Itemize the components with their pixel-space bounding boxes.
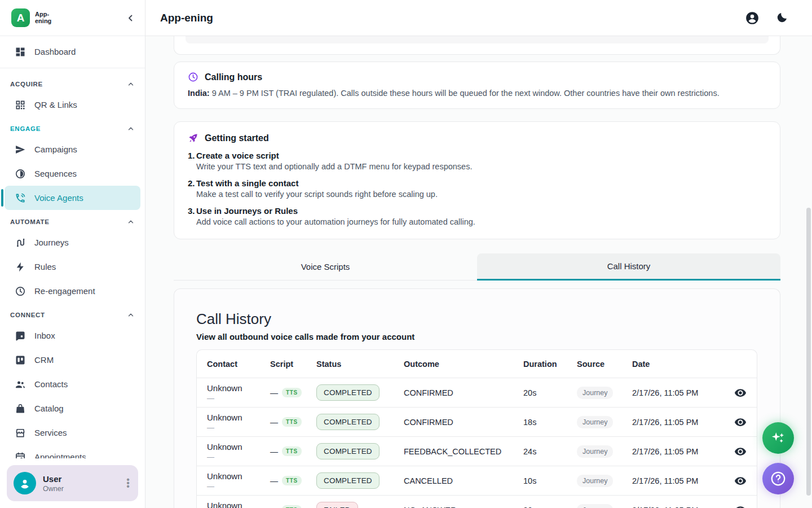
- sidebar-item-contacts[interactable]: Contacts: [5, 372, 140, 396]
- contact-sub: —: [207, 423, 270, 432]
- eye-icon[interactable]: [734, 445, 747, 458]
- sidebar-item-label: Catalog: [34, 404, 64, 413]
- source-badge: Journey: [577, 416, 613, 428]
- contact-sub: —: [207, 482, 270, 491]
- script-dash: —: [270, 418, 278, 427]
- getting-started-step: 1. Create a voice script Write your TTS …: [188, 151, 766, 171]
- section-label: ENGAGE: [10, 125, 41, 132]
- table-row: Unknown— —TTS COMPLETED CONFIRMED 20s Jo…: [197, 378, 757, 408]
- sidebar-item-label: Inbox: [34, 331, 55, 340]
- services-icon: [15, 427, 26, 439]
- column-source: Source: [577, 360, 632, 369]
- column-contact: Contact: [207, 360, 270, 369]
- tab-call-history[interactable]: Call History: [477, 253, 780, 281]
- sidebar-section-engage[interactable]: ENGAGE: [0, 117, 145, 137]
- sidebar-item-services[interactable]: Services: [5, 421, 140, 445]
- sequences-icon: [15, 168, 26, 179]
- sidebar-item-campaigns[interactable]: Campaigns: [5, 137, 140, 161]
- outcome: CONFIRMED: [404, 418, 523, 427]
- contact-name: Unknown: [207, 471, 242, 481]
- contact-name: Unknown: [207, 383, 242, 393]
- sidebar-item-inbox[interactable]: Inbox: [5, 323, 140, 348]
- step-description: Write your TTS text and optionally add a…: [196, 162, 766, 171]
- user-name: User: [43, 474, 123, 484]
- main-area: App-ening Calling hours India: 9 AM – 9 …: [145, 0, 812, 508]
- ai-assistant-button[interactable]: [762, 422, 794, 454]
- calling-hours-title: Calling hours: [205, 72, 262, 82]
- tts-badge: TTS: [282, 417, 302, 427]
- column-duration: Duration: [523, 360, 577, 369]
- sidebar-item-label: Journeys: [34, 238, 69, 247]
- sidebar-item-re-engagement[interactable]: Re-engagement: [5, 279, 140, 303]
- outcome: FEEDBACK_COLLECTED: [404, 447, 523, 456]
- call-history-subtitle: View all outbound voice calls made from …: [196, 332, 757, 341]
- contacts-icon: [15, 379, 26, 390]
- kebab-menu-icon[interactable]: •••: [123, 478, 133, 488]
- sidebar-item-dashboard[interactable]: Dashboard: [5, 40, 140, 64]
- help-button[interactable]: [762, 463, 794, 494]
- source-badge: Journey: [577, 475, 613, 487]
- chevron-up-icon: [127, 311, 135, 319]
- eye-icon[interactable]: [734, 416, 747, 428]
- date: 2/17/26, 11:05 PM: [632, 418, 731, 427]
- collapse-sidebar-icon[interactable]: [126, 13, 136, 23]
- status-badge: COMPLETED: [316, 472, 379, 489]
- sidebar-section-automate[interactable]: AUTOMATE: [0, 210, 145, 230]
- contact-name: Unknown: [207, 501, 242, 508]
- app-logo: A: [11, 8, 30, 27]
- sidebar-item-voice-agents[interactable]: Voice Agents: [5, 186, 140, 210]
- journeys-icon: [15, 237, 26, 248]
- user-card[interactable]: User Owner •••: [7, 465, 138, 501]
- source-badge: Journey: [577, 387, 613, 399]
- inbox-icon: [15, 330, 26, 341]
- call-history-title: Call History: [196, 310, 757, 328]
- rules-icon: [15, 261, 26, 273]
- user-role: Owner: [43, 485, 123, 493]
- page-title: App-ening: [160, 12, 213, 24]
- sidebar-section-acquire[interactable]: ACQUIRE: [0, 72, 145, 93]
- calling-hours-country: India:: [188, 89, 210, 98]
- catalog-icon: [15, 403, 26, 414]
- duration: 10s: [523, 476, 577, 485]
- question-icon: [770, 470, 787, 487]
- scrollbar-thumb[interactable]: [806, 208, 811, 496]
- clock-icon: [188, 72, 198, 82]
- sidebar-item-catalog[interactable]: Catalog: [5, 396, 140, 421]
- dark-mode-icon[interactable]: [775, 11, 788, 24]
- eye-icon[interactable]: [734, 504, 747, 508]
- duration: 24s: [523, 447, 577, 456]
- date: 2/17/26, 11:05 PM: [632, 476, 731, 485]
- sidebar-item-label: Appointments: [34, 452, 86, 458]
- sidebar-item-label: Campaigns: [34, 144, 77, 154]
- table-row: Unknown— —TTS FAILED NO_ANSWER 30s Journ…: [197, 496, 757, 508]
- eye-icon[interactable]: [734, 475, 747, 487]
- sidebar-item-appointments[interactable]: Appointments: [5, 445, 140, 458]
- sidebar-item-qr-links[interactable]: QR & Links: [5, 93, 140, 117]
- step-description: Add voice call actions to your automatio…: [196, 217, 766, 226]
- step-title: Test with a single contact: [196, 178, 766, 188]
- script-dash: —: [270, 506, 278, 508]
- step-number: 2.: [188, 178, 196, 188]
- getting-started-step: 2. Test with a single contact Make a tes…: [188, 178, 766, 199]
- tab-voice-scripts[interactable]: Voice Scripts: [174, 253, 477, 281]
- sidebar-item-rules[interactable]: Rules: [5, 255, 140, 279]
- sidebar-nav: Dashboard ACQUIRE QR & Links ENGAGE Camp…: [0, 36, 145, 458]
- sidebar-item-sequences[interactable]: Sequences: [5, 161, 140, 186]
- tts-badge: TTS: [282, 446, 302, 456]
- duration: 18s: [523, 418, 577, 427]
- calling-hours-text: India: 9 AM – 9 PM IST (TRAI regulated).…: [188, 89, 766, 98]
- sidebar-item-label: Rules: [34, 262, 56, 271]
- contact-name: Unknown: [207, 442, 242, 452]
- sidebar-item-label: Voice Agents: [34, 193, 83, 203]
- sidebar-item-journeys[interactable]: Journeys: [5, 230, 140, 255]
- crm-icon: [15, 354, 26, 366]
- section-label: ACQUIRE: [10, 81, 43, 87]
- rocket-icon: [188, 133, 198, 143]
- account-icon[interactable]: [745, 11, 760, 25]
- sidebar-section-connect[interactable]: CONNECT: [0, 303, 145, 323]
- sidebar-item-crm[interactable]: CRM: [5, 348, 140, 372]
- eye-icon[interactable]: [734, 387, 747, 399]
- step-title: Create a voice script: [196, 151, 766, 160]
- content-scroll-area[interactable]: Calling hours India: 9 AM – 9 PM IST (TR…: [145, 36, 812, 508]
- dashboard-icon: [15, 46, 26, 58]
